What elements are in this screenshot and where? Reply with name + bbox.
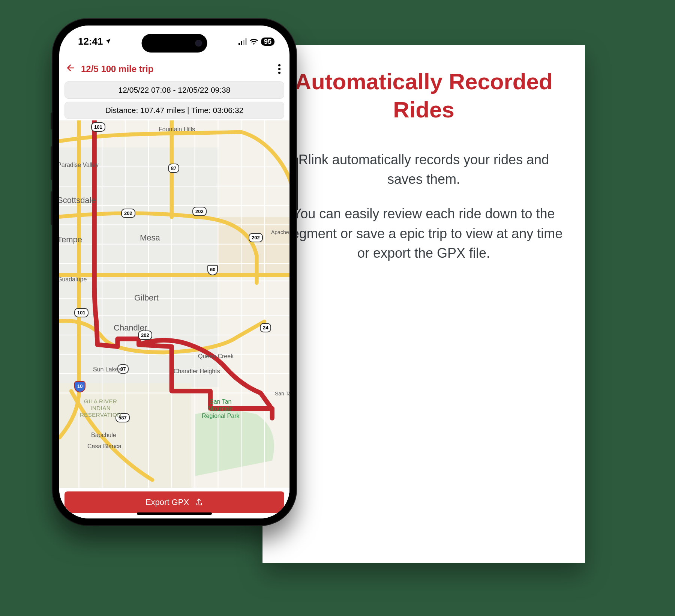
battery-indicator: 95 <box>261 38 274 46</box>
route-shield-202: 202 <box>249 233 263 242</box>
map-label-mesa: Mesa <box>140 233 160 243</box>
export-gpx-label: Export GPX <box>146 497 189 507</box>
info-card: Automatically Recorded Rides Rlink autom… <box>262 45 585 563</box>
export-gpx-button[interactable]: Export GPX <box>64 491 284 513</box>
status-time-text: 12:41 <box>78 36 103 47</box>
map-label-chandler-heights: Chandler Heights <box>174 368 220 375</box>
route-shield-101: 101 <box>74 308 88 317</box>
phone-frame: 12:41 95 <box>52 19 296 525</box>
map-label-apache-junction: Apache Junction <box>271 229 290 235</box>
map-label-tempe: Tempe <box>59 235 82 245</box>
app-header: 12/5 100 mile trip <box>59 57 290 80</box>
more-options-icon[interactable] <box>276 62 283 76</box>
map-label-gilbert: Gilbert <box>134 293 159 303</box>
phone-volume-up <box>51 146 52 180</box>
map-label-fountain-hills: Fountain Hills <box>159 126 195 133</box>
cellular-signal-icon <box>238 38 247 45</box>
stats-pill: Distance: 107.47 miles | Time: 03:06:32 <box>64 102 284 119</box>
share-icon <box>194 498 203 507</box>
phone-screen: 12:41 95 <box>59 26 290 518</box>
map-label-queen-creek: Queen Creek <box>198 353 234 360</box>
trip-title: 12/5 100 mile trip <box>81 64 271 74</box>
map-label-san-tan-valley: San Tan Valley <box>275 391 290 397</box>
status-time: 12:41 <box>78 36 111 47</box>
phone-power-button <box>296 158 298 210</box>
map-label-paradise-valley: Paradise Valley <box>59 162 99 168</box>
map-label-chandler: Chandler <box>114 323 147 333</box>
wifi-icon <box>250 38 258 45</box>
route-shield-24: 24 <box>260 323 271 332</box>
phone-volume-down <box>51 191 52 225</box>
info-card-title: Automatically Recorded Rides <box>283 68 564 124</box>
time-range-pill: 12/05/22 07:08 - 12/05/22 09:38 <box>64 81 284 99</box>
map-view[interactable]: 101 101 87 202 202 202 202 60 24 87 10 5… <box>59 120 290 488</box>
back-arrow-icon[interactable] <box>66 63 76 75</box>
route-shield-202: 202 <box>121 209 135 218</box>
map-label-guadalupe: Guadalupe <box>59 276 87 283</box>
map-label-scottsdale: Scottsdale <box>59 195 96 205</box>
info-card-paragraph-2: You can easily review each ride down to … <box>283 204 564 263</box>
route-shield-202: 202 <box>192 207 207 216</box>
map-label-bapchule: Bapchule <box>91 432 116 439</box>
route-shield-101: 101 <box>91 122 105 132</box>
map-label-san-tan-park: San TanMountainRegional Park <box>202 398 240 420</box>
route-shield-87: 87 <box>168 164 179 173</box>
map-label-casa-blanca: Casa Blanca <box>87 443 122 450</box>
info-card-paragraph-1: Rlink automatically records your rides a… <box>283 150 564 189</box>
app-content: 12/5 100 mile trip 12/05/22 07:08 - 12/0… <box>59 57 290 518</box>
status-right: 95 <box>238 38 274 46</box>
map-label-gila-river: GILA RIVERINDIANRESERVATION <box>80 398 122 418</box>
dynamic-island <box>142 34 207 53</box>
map-label-sun-lakes: Sun Lakes <box>93 366 122 373</box>
home-indicator[interactable] <box>137 512 212 515</box>
phone-mute-switch <box>51 113 52 129</box>
location-arrow-icon <box>105 36 111 47</box>
